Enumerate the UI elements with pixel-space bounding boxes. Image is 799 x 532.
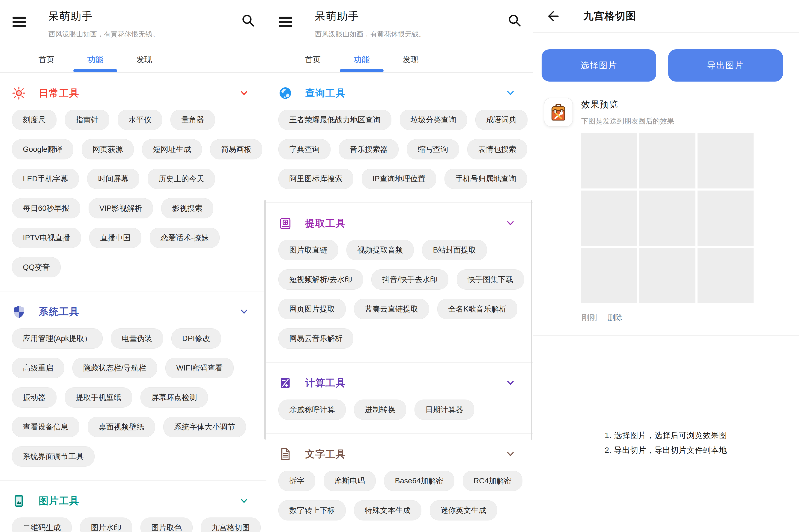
- tool-chip[interactable]: 短网址生成: [142, 139, 202, 159]
- tool-chip[interactable]: QQ变音: [12, 257, 61, 278]
- chevron-down-icon[interactable]: [505, 218, 516, 229]
- tool-chip[interactable]: 手机号归属地查询: [444, 169, 527, 189]
- tool-chip[interactable]: 振动器: [12, 387, 56, 407]
- tool-chip[interactable]: 时间屏幕: [87, 169, 139, 189]
- tool-chip[interactable]: 图片取色: [141, 517, 193, 532]
- tool-chip[interactable]: 阿里图标库搜索: [278, 169, 353, 189]
- tool-chip[interactable]: 垃圾分类查询: [400, 110, 467, 130]
- search-icon[interactable]: [507, 13, 522, 27]
- tool-chip[interactable]: 拆字: [278, 471, 315, 491]
- chevron-down-icon[interactable]: [505, 88, 516, 98]
- tool-chip[interactable]: 影视搜索: [161, 198, 213, 218]
- page-header: 九宫格切图: [533, 0, 799, 33]
- extract-icon: [278, 216, 292, 230]
- tool-chip[interactable]: 网页图片提取: [278, 299, 346, 319]
- tool-chip[interactable]: 网页获源: [81, 139, 134, 159]
- tool-chip[interactable]: 图片水印: [80, 517, 132, 532]
- export-image-button[interactable]: 导出图片: [668, 49, 783, 81]
- app-title: 呆萌助手: [49, 9, 159, 23]
- tool-chip[interactable]: 蓝奏云直链提取: [354, 299, 429, 319]
- tab-bar: 首页功能发现: [267, 49, 533, 73]
- tab-item[interactable]: 首页: [22, 49, 71, 72]
- tool-chip[interactable]: 摩斯电码: [324, 471, 376, 491]
- tool-chip[interactable]: 数字转上下标: [278, 500, 346, 520]
- tool-chip[interactable]: 网易云音乐解析: [278, 328, 353, 348]
- tool-chip[interactable]: 王者荣耀最低战力地区查询: [278, 110, 392, 130]
- tool-chip[interactable]: 字典查询: [278, 139, 330, 159]
- tool-chip[interactable]: 系统界面调节工具: [12, 446, 95, 467]
- chevron-down-icon[interactable]: [505, 378, 516, 388]
- hamburger-menu-icon[interactable]: [278, 16, 293, 28]
- tool-chip[interactable]: Base64加解密: [384, 471, 454, 491]
- grid-cell: [581, 191, 637, 246]
- tool-chip[interactable]: 每日60秒早报: [12, 198, 80, 218]
- tool-chip[interactable]: IP查询地理位置: [362, 169, 436, 189]
- tool-chip[interactable]: 特殊文本生成: [354, 500, 421, 520]
- tool-chip[interactable]: B站封面提取: [422, 240, 487, 260]
- hamburger-menu-icon[interactable]: [12, 16, 26, 28]
- tool-chip[interactable]: 进制转换: [354, 400, 406, 420]
- tool-chip[interactable]: 日期计算器: [415, 400, 474, 420]
- tool-chip[interactable]: 二维码生成: [12, 517, 72, 532]
- tab-item[interactable]: 功能: [71, 49, 120, 72]
- tool-chip[interactable]: 成语词典: [475, 110, 527, 130]
- tool-chip[interactable]: 历史上的今天: [148, 169, 215, 189]
- tool-chip[interactable]: 视频提取音频: [346, 240, 414, 260]
- tool-chip[interactable]: 系统字体大小调节: [163, 417, 246, 437]
- chevron-down-icon[interactable]: [239, 88, 249, 98]
- tool-chip[interactable]: 亲戚称呼计算: [278, 400, 346, 420]
- scrollbar[interactable]: [264, 200, 266, 440]
- tool-chip[interactable]: 屏幕坏点检测: [141, 387, 208, 407]
- tool-chip[interactable]: 图片取直链: [278, 240, 338, 260]
- tool-chip[interactable]: 刻度尺: [12, 110, 56, 130]
- chevron-down-icon[interactable]: [239, 496, 249, 506]
- tool-chip[interactable]: IPTV电视直播: [12, 228, 81, 248]
- tool-chip[interactable]: RC4加解密: [463, 471, 523, 491]
- tool-chip[interactable]: 隐藏状态栏/导航栏: [72, 358, 157, 378]
- app-header: 呆萌助手 西风泼眼山如画，有黄花休恨无钱。: [0, 0, 267, 49]
- tool-chip[interactable]: 查看设备信息: [12, 417, 79, 437]
- tool-chip[interactable]: Google翻译: [12, 139, 73, 159]
- tool-section: 提取工具图片取直链视频提取音频B站封面提取短视频解析/去水印抖音/快手去水印快手…: [267, 202, 533, 362]
- tool-chip[interactable]: 高级重启: [12, 358, 64, 378]
- tool-chip[interactable]: 快手图集下载: [457, 269, 524, 290]
- delete-link[interactable]: 删除: [607, 312, 623, 323]
- chevron-down-icon[interactable]: [239, 306, 249, 317]
- tool-chip[interactable]: 提取手机壁纸: [65, 387, 132, 407]
- tool-chip[interactable]: 桌面视频壁纸: [88, 417, 155, 437]
- tool-section: 计算工具亲戚称呼计算进制转换日期计算器: [267, 362, 533, 433]
- tab-item[interactable]: 首页: [288, 49, 337, 72]
- tool-chip[interactable]: 九宫格切图: [201, 517, 261, 532]
- tool-section: 日常工具刻度尺指南针水平仪量角器Google翻译网页获源短网址生成简易画板LED…: [0, 73, 267, 291]
- tool-chip[interactable]: 全名K歌音乐解析: [437, 299, 517, 319]
- tool-chip[interactable]: 短视频解析/去水印: [278, 269, 363, 290]
- tool-chip[interactable]: 指南针: [65, 110, 109, 130]
- tool-chip[interactable]: 量角器: [170, 110, 215, 130]
- tool-chip[interactable]: 直播中国: [89, 228, 141, 248]
- tool-chip[interactable]: 电量伪装: [111, 328, 163, 348]
- select-image-button[interactable]: 选择图片: [542, 49, 656, 81]
- back-arrow-icon[interactable]: [546, 10, 559, 23]
- tab-item[interactable]: 发现: [386, 49, 435, 72]
- tool-chip[interactable]: 水平仪: [117, 110, 162, 130]
- tool-chip[interactable]: 表情包搜索: [467, 139, 527, 159]
- tool-chip[interactable]: LED手机字幕: [12, 169, 79, 189]
- section-title: 图片工具: [39, 494, 79, 507]
- tool-chip[interactable]: 简易画板: [210, 139, 262, 159]
- tool-chip[interactable]: VIP影视解析: [89, 198, 153, 218]
- tool-chip[interactable]: DPI修改: [171, 328, 221, 348]
- tab-item[interactable]: 发现: [120, 49, 169, 72]
- tool-chip[interactable]: 应用管理(Apk提取）: [12, 328, 103, 348]
- tool-chip[interactable]: 抖音/快手去水印: [371, 269, 449, 290]
- tab-item[interactable]: 功能: [337, 49, 386, 72]
- document-icon: [278, 447, 292, 461]
- tool-chip[interactable]: WIFI密码查看: [165, 358, 234, 378]
- chevron-down-icon[interactable]: [505, 449, 516, 459]
- tool-chip[interactable]: 迷你英文生成: [430, 500, 497, 520]
- scrollbar[interactable]: [531, 200, 532, 440]
- section-title: 日常工具: [39, 87, 79, 99]
- tool-chip[interactable]: 音乐搜索器: [339, 139, 399, 159]
- tool-chip[interactable]: 缩写查询: [407, 139, 459, 159]
- tool-chip[interactable]: 恋爱话术-撩妹: [150, 228, 220, 248]
- search-icon[interactable]: [241, 13, 255, 27]
